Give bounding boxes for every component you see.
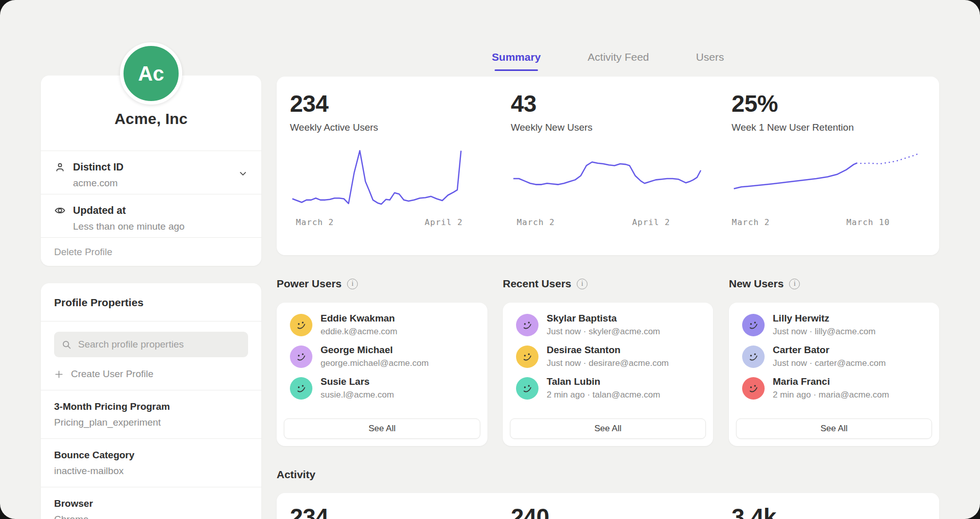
stat-label: Weekly Active Users	[290, 122, 484, 133]
activity-section-title: Activity	[277, 468, 315, 481]
summary-card: 234 Weekly Active Users March 2 April 2 …	[277, 77, 939, 255]
avatar-face-icon	[293, 381, 308, 396]
activity-stat-panel: 240	[498, 493, 719, 519]
stat-value: 3.4k	[731, 505, 926, 519]
user-row[interactable]: Eddie Kwakmaneddie.k@acme.com	[290, 313, 474, 337]
stat-value: 25%	[731, 92, 926, 115]
distinct-id-label: Distinct ID	[73, 161, 124, 173]
info-icon[interactable]: i	[577, 279, 587, 289]
profile-properties-card: Profile Properties Create User Profile 3…	[41, 283, 261, 519]
user-name: Desirae Stanton	[547, 344, 669, 356]
tab-summary[interactable]: Summary	[492, 51, 541, 71]
new-users-header: New Users i	[729, 278, 800, 290]
new-users-card: Lilly HerwitzJust now · lilly@acme.comCa…	[729, 303, 939, 446]
x-axis-tick: March 2	[296, 217, 334, 227]
stat-value: 234	[290, 505, 484, 519]
create-user-profile-label: Create User Profile	[71, 368, 154, 380]
activity-card: 234 240 3.4k	[277, 493, 939, 519]
app-window: Ac Acme, Inc Distinct ID acme.com	[0, 0, 980, 519]
property-row[interactable]: 3-Month Pricing Program Pricing_plan_exp…	[41, 390, 261, 438]
info-icon[interactable]: i	[789, 279, 800, 289]
user-avatar	[516, 377, 538, 400]
tab-bar: Summary Activity Feed Users	[277, 51, 939, 71]
user-name: Maria Franci	[773, 376, 889, 387]
user-row[interactable]: Maria Franci2 min ago · maria@acme.com	[742, 376, 926, 400]
chevron-down-icon[interactable]	[238, 168, 248, 179]
see-all-button[interactable]: See All	[510, 418, 706, 439]
user-avatar	[516, 345, 538, 368]
weekly-active-users-chart	[290, 146, 482, 211]
user-row[interactable]: Susie Larssusie.l@acme.com	[290, 376, 474, 400]
user-avatar	[742, 345, 765, 368]
x-axis-labels: March 2 April 2	[511, 217, 703, 231]
avatar-face-icon	[746, 381, 761, 396]
distinct-id-row: Distinct ID acme.com	[41, 151, 261, 194]
property-value: inactive-mailbox	[54, 465, 248, 477]
user-name: Eddie Kwakman	[321, 313, 398, 324]
user-detail: Just now · lilly@acme.com	[773, 327, 875, 337]
user-row[interactable]: Carter BatorJust now · carter@acme.com	[742, 344, 926, 368]
user-row[interactable]: Skylar BaptistaJust now · skyler@acme.co…	[516, 313, 700, 337]
company-name: Acme, Inc	[41, 110, 261, 128]
user-name: Lilly Herwitz	[773, 313, 875, 324]
stat-label: Weekly New Users	[511, 122, 705, 133]
tab-users[interactable]: Users	[696, 51, 724, 71]
user-avatar	[290, 377, 312, 400]
x-axis-labels: March 2 March 10	[731, 217, 924, 231]
avatar-face-icon	[746, 317, 761, 332]
company-profile-card: Ac Acme, Inc Distinct ID acme.com	[41, 76, 261, 266]
retention-panel: 25% Week 1 New User Retention March 2 Ma…	[718, 77, 939, 255]
tab-activity-feed[interactable]: Activity Feed	[587, 51, 649, 71]
property-label: Bounce Category	[54, 450, 248, 461]
property-label: Browser	[54, 498, 248, 509]
x-axis-labels: March 2 April 2	[290, 217, 482, 231]
distinct-id-value: acme.com	[73, 178, 248, 189]
create-user-profile-button[interactable]: Create User Profile	[54, 368, 248, 380]
user-detail: susie.l@acme.com	[321, 390, 394, 400]
plus-icon	[54, 369, 64, 379]
user-row[interactable]: Lilly HerwitzJust now · lilly@acme.com	[742, 313, 926, 337]
user-row[interactable]: Talan Lubin2 min ago · talan@acme.com	[516, 376, 700, 400]
x-axis-tick: April 2	[425, 217, 462, 227]
avatar-face-icon	[293, 349, 308, 364]
property-row[interactable]: Browser Chrome	[41, 487, 261, 519]
user-detail: Just now · carter@acme.com	[773, 358, 886, 368]
stat-value: 240	[511, 505, 705, 519]
search-icon	[61, 339, 72, 350]
delete-profile-button[interactable]: Delete Profile	[41, 237, 261, 266]
search-input[interactable]	[77, 338, 241, 351]
recent-users-card: Skylar BaptistaJust now · skyler@acme.co…	[503, 303, 713, 446]
user-name: George Michael	[321, 344, 429, 356]
section-title: New Users	[729, 278, 783, 290]
user-detail: eddie.k@acme.com	[321, 327, 398, 337]
app-surface: Ac Acme, Inc Distinct ID acme.com	[0, 0, 980, 519]
user-avatar	[516, 314, 538, 336]
weekly-new-users-panel: 43 Weekly New Users March 2 April 2	[498, 77, 719, 255]
avatar-face-icon	[520, 317, 534, 332]
property-label: 3-Month Pricing Program	[54, 401, 248, 412]
user-detail: Just now · skyler@acme.com	[547, 327, 660, 337]
activity-stat-panel: 3.4k	[718, 493, 939, 519]
power-users-header: Power Users i	[277, 278, 358, 290]
user-name: Talan Lubin	[547, 376, 660, 387]
user-detail: george.michael@acme.com	[321, 358, 429, 368]
profile-properties-search[interactable]	[54, 332, 248, 357]
power-users-card: Eddie Kwakmaneddie.k@acme.comGeorge Mich…	[277, 303, 487, 446]
user-row[interactable]: George Michaelgeorge.michael@acme.com	[290, 344, 474, 368]
see-all-button[interactable]: See All	[284, 418, 480, 439]
profile-properties-title: Profile Properties	[41, 283, 261, 322]
user-detail: Just now · desirare@acme.com	[547, 358, 669, 368]
section-title: Recent Users	[503, 278, 571, 290]
avatar-face-icon	[293, 317, 308, 332]
stat-label: Week 1 New User Retention	[731, 122, 926, 133]
updated-at-row: Updated at Less than one minute ago	[41, 194, 261, 237]
info-icon[interactable]: i	[347, 279, 358, 289]
x-axis-tick: April 2	[632, 217, 670, 227]
section-title: Power Users	[277, 278, 341, 290]
company-avatar: Ac	[120, 42, 182, 105]
property-row[interactable]: Bounce Category inactive-mailbox	[41, 438, 261, 487]
weekly-new-users-chart	[511, 146, 703, 211]
user-row[interactable]: Desirae StantonJust now · desirare@acme.…	[516, 344, 700, 368]
updated-at-value: Less than one minute ago	[73, 221, 248, 232]
see-all-button[interactable]: See All	[736, 418, 932, 439]
